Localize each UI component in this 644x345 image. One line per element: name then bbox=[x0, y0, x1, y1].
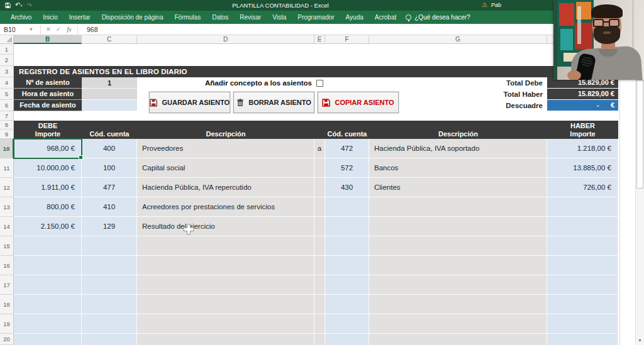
column-header-f[interactable]: F bbox=[325, 35, 369, 44]
cell-c17[interactable] bbox=[82, 275, 137, 295]
cell-g15[interactable] bbox=[369, 236, 547, 256]
cell-h17[interactable] bbox=[547, 275, 618, 295]
cell-f14[interactable] bbox=[325, 217, 369, 236]
cell-e10[interactable]: a bbox=[314, 139, 325, 158]
cell-b13[interactable]: 800,00 € bbox=[14, 197, 82, 217]
cell-c11[interactable]: 100 bbox=[82, 158, 137, 178]
cell-e14[interactable] bbox=[314, 217, 325, 236]
save-icon[interactable] bbox=[5, 3, 11, 8]
cell-c16[interactable] bbox=[82, 256, 137, 275]
column-header-d[interactable]: D bbox=[137, 35, 314, 44]
cell-g14[interactable] bbox=[369, 217, 547, 236]
cell-h10[interactable]: 1.218,00 € bbox=[547, 139, 618, 158]
formula-input[interactable]: 968 bbox=[80, 26, 98, 33]
row-header-13[interactable]: 13 bbox=[0, 197, 14, 217]
cell-e13[interactable] bbox=[314, 197, 325, 217]
info-value-fecha[interactable] bbox=[82, 100, 137, 111]
cell-b17[interactable] bbox=[14, 275, 82, 295]
name-box-dropdown-icon[interactable]: ▼ bbox=[29, 27, 38, 31]
add-concept-checkbox[interactable] bbox=[316, 80, 323, 87]
row-header-19[interactable]: 19 bbox=[0, 314, 14, 334]
row-header-2[interactable]: 2 bbox=[0, 55, 14, 66]
cell-b10[interactable]: 968,00 € bbox=[14, 139, 82, 158]
column-header-c[interactable]: C bbox=[82, 35, 137, 44]
cell-d12[interactable]: Hacienda Pública, IVA repercutido bbox=[137, 178, 314, 197]
cell-h15[interactable] bbox=[547, 236, 618, 256]
row-header-14[interactable]: 14 bbox=[0, 217, 14, 236]
info-value-numero[interactable]: 1 bbox=[82, 77, 137, 89]
cell-e19[interactable] bbox=[314, 314, 325, 334]
row-header-10[interactable]: 10 bbox=[0, 139, 14, 158]
row-header-1[interactable]: 1 bbox=[0, 44, 14, 55]
account-user[interactable]: Pab bbox=[491, 2, 501, 8]
cell-g16[interactable] bbox=[369, 256, 547, 275]
cell-f10[interactable]: 472 bbox=[325, 139, 369, 158]
tell-me-box[interactable]: ¿Qué desea hacer? bbox=[406, 14, 470, 21]
column-header-e[interactable]: E bbox=[314, 35, 325, 44]
cell-g19[interactable] bbox=[369, 314, 547, 334]
ribbon-tab-ayuda[interactable]: Ayuda bbox=[340, 11, 369, 24]
cell-d10[interactable]: Proveedores bbox=[137, 139, 314, 158]
cell-c10[interactable]: 400 bbox=[82, 139, 137, 158]
insert-function-icon[interactable]: fx bbox=[64, 26, 75, 33]
cell-g12[interactable]: Clientes bbox=[369, 178, 547, 197]
cell-c12[interactable]: 477 bbox=[82, 178, 137, 197]
cell-b12[interactable]: 1.911,00 € bbox=[14, 178, 82, 197]
cell-h20[interactable] bbox=[547, 334, 618, 345]
row-header-12[interactable]: 12 bbox=[0, 178, 14, 197]
cell-f16[interactable] bbox=[325, 256, 369, 275]
row-header-8[interactable]: 8 bbox=[0, 121, 14, 129]
ribbon-tab-insertar[interactable]: Insertar bbox=[64, 11, 96, 24]
cell-c20[interactable] bbox=[82, 334, 137, 345]
cell-f20[interactable] bbox=[325, 334, 369, 345]
ribbon-tab-vista[interactable]: Vista bbox=[267, 11, 292, 24]
ribbon-tab-programador[interactable]: Programador bbox=[292, 11, 340, 24]
cell-h19[interactable] bbox=[547, 314, 618, 334]
cell-d20[interactable] bbox=[137, 334, 314, 345]
cell-g20[interactable] bbox=[369, 334, 547, 345]
cell-d11[interactable]: Capital social bbox=[137, 158, 314, 178]
row-header-9[interactable]: 9 bbox=[0, 129, 14, 139]
column-header-g[interactable]: G bbox=[369, 35, 547, 44]
ribbon-tab-disposici-n-de-p-gina[interactable]: Disposición de página bbox=[96, 11, 169, 24]
cell-f15[interactable] bbox=[325, 236, 369, 256]
select-all-corner[interactable] bbox=[0, 35, 14, 44]
cell-c15[interactable] bbox=[82, 236, 137, 256]
row-header-7[interactable]: 7 bbox=[0, 111, 14, 121]
confirm-entry-icon[interactable]: ✓ bbox=[53, 26, 64, 33]
cell-e17[interactable] bbox=[314, 275, 325, 295]
cell-f17[interactable] bbox=[325, 275, 369, 295]
info-value-hora[interactable] bbox=[82, 89, 137, 100]
cell-h18[interactable] bbox=[547, 295, 618, 314]
scrollbar-down-icon[interactable]: ▼ bbox=[636, 336, 644, 345]
cell-e20[interactable] bbox=[314, 334, 325, 345]
row-header-5[interactable]: 5 bbox=[0, 89, 14, 100]
cell-d17[interactable] bbox=[137, 275, 314, 295]
cell-e15[interactable] bbox=[314, 236, 325, 256]
cell-b16[interactable] bbox=[14, 256, 82, 275]
scrollbar-thumb[interactable] bbox=[636, 80, 643, 189]
cell-e11[interactable] bbox=[314, 158, 325, 178]
ribbon-tab-datos[interactable]: Datos bbox=[206, 11, 234, 24]
undo-icon[interactable]: ↶▾ bbox=[15, 2, 22, 9]
cell-h13[interactable] bbox=[547, 197, 618, 217]
ribbon-tab-revisar[interactable]: Revisar bbox=[234, 11, 267, 24]
cell-b19[interactable] bbox=[14, 314, 82, 334]
cell-c14[interactable]: 129 bbox=[82, 217, 137, 236]
cell-g18[interactable] bbox=[369, 295, 547, 314]
cell-e18[interactable] bbox=[314, 295, 325, 314]
cell-f19[interactable] bbox=[325, 314, 369, 334]
cell-b20[interactable] bbox=[14, 334, 82, 345]
cell-d19[interactable] bbox=[137, 314, 314, 334]
row-header-17[interactable]: 17 bbox=[0, 275, 14, 295]
ribbon-tab-acrobat[interactable]: Acrobat bbox=[369, 11, 402, 24]
row-header-15[interactable]: 15 bbox=[0, 236, 14, 256]
name-box[interactable]: B10 bbox=[0, 26, 29, 33]
cell-f12[interactable]: 430 bbox=[325, 178, 369, 197]
cell-f13[interactable] bbox=[325, 197, 369, 217]
cell-e16[interactable] bbox=[314, 256, 325, 275]
cell-h16[interactable] bbox=[547, 256, 618, 275]
cell-f11[interactable]: 572 bbox=[325, 158, 369, 178]
row-header-18[interactable]: 18 bbox=[0, 295, 14, 314]
ribbon-tab-archivo[interactable]: Archivo bbox=[5, 11, 37, 24]
